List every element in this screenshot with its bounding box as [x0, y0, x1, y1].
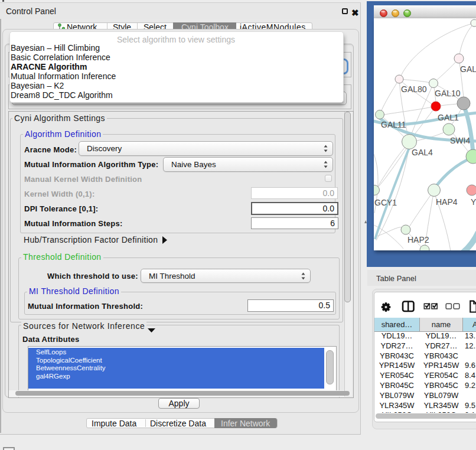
svg-text:GAL10: GAL10 [435, 89, 461, 98]
svg-text:GAL4: GAL4 [412, 148, 433, 157]
svg-text:GAL80: GAL80 [401, 84, 427, 94]
svg-text:Y: Y [471, 197, 476, 207]
svg-text:HAP2: HAP2 [407, 235, 429, 244]
svg-text:GAL7: GAL7 [460, 64, 476, 74]
svg-text:HAP4: HAP4 [436, 197, 458, 207]
svg-text:GCY1: GCY1 [374, 198, 397, 207]
svg-text:SWI4: SWI4 [450, 136, 470, 145]
svg-text:GAL11: GAL11 [381, 120, 406, 129]
svg-text:GAL1: GAL1 [438, 113, 459, 122]
